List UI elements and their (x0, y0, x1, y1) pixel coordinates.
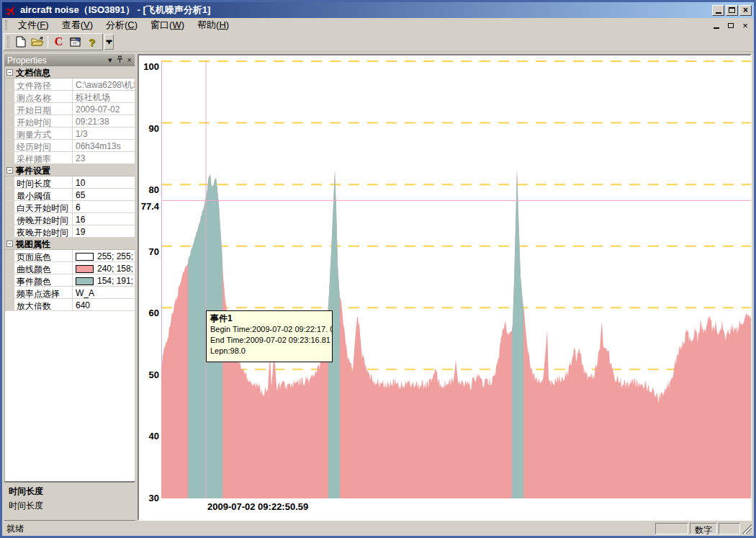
property-row[interactable]: 最小阈值65 (5, 189, 135, 201)
property-value[interactable]: 栎社机场 (73, 91, 135, 102)
property-label: 最小阈值 (14, 189, 73, 200)
property-value-text: 23 (76, 153, 85, 163)
y-tick-70: 70 (149, 246, 159, 257)
client-area: Properties ▾ × −文档信息文件路径C:\awa6298\机场测点名… (2, 52, 754, 521)
toolbar-separator (48, 36, 48, 48)
analyze-c-button[interactable]: C (50, 35, 67, 50)
close-button[interactable]: × (739, 5, 752, 16)
property-row[interactable]: 测点名称栎社机场 (5, 91, 135, 103)
properties-button[interactable] (67, 35, 84, 50)
property-row[interactable]: 时间长度10 (5, 176, 135, 189)
property-value[interactable]: 19 (73, 225, 135, 237)
property-value[interactable]: 240; 158; 15 (73, 262, 135, 274)
property-value[interactable]: 154; 191; 18 (73, 274, 135, 286)
minimize-button[interactable] (712, 5, 724, 16)
collapse-icon[interactable]: − (6, 241, 13, 247)
status-text: 就绪 (6, 523, 654, 535)
property-value[interactable]: C:\awa6298\机场 (73, 79, 135, 90)
property-row[interactable]: 事件颜色154; 191; 18 (5, 274, 135, 287)
property-value[interactable]: 2009-07-02 (73, 103, 135, 115)
mdi-restore-button[interactable] (725, 20, 737, 30)
section-header[interactable]: −事件设置 (5, 164, 135, 176)
property-row[interactable]: 经历时间06h34m13s (5, 140, 135, 152)
property-value[interactable]: 6 (73, 201, 135, 212)
property-label: 页面底色 (14, 250, 73, 261)
property-value-text: W_A (76, 288, 94, 298)
panel-dropdown-icon[interactable]: ▾ (108, 56, 112, 64)
help-button[interactable]: ? (84, 35, 100, 50)
mdi-minimize-button[interactable] (711, 20, 722, 30)
property-grid: −文档信息文件路径C:\awa6298\机场测点名称栎社机场开始日期2009-0… (4, 66, 135, 481)
property-label: 傍晚开始时间 (14, 213, 73, 225)
property-row[interactable]: 开始时间09:21:38 (5, 115, 135, 127)
property-value[interactable]: 1/3 (73, 127, 135, 139)
property-value[interactable]: 23 (73, 152, 135, 163)
properties-icon (70, 37, 81, 48)
property-value-text: 65 (76, 190, 85, 200)
collapse-icon[interactable]: − (6, 69, 13, 76)
menu-item-C[interactable]: 分析(C) (99, 19, 144, 31)
mdi-close-button[interactable]: × (739, 20, 751, 30)
status-cell-1 (655, 523, 688, 534)
close-icon: × (743, 6, 748, 14)
property-row[interactable]: 测量方式1/3 (5, 127, 135, 140)
analyze-c-icon: C (55, 35, 63, 48)
section-title: 事件设置 (14, 164, 52, 176)
property-value[interactable]: 16 (73, 213, 135, 225)
collapse-icon[interactable]: − (6, 167, 13, 174)
property-label: 采样频率 (14, 152, 73, 163)
noise-level-chart[interactable]: 1009080706050403077.42009-07-02 09:22:50… (139, 55, 752, 519)
property-row[interactable]: 夜晚开始时间19 (5, 225, 135, 238)
property-row[interactable]: 页面底色255; 255; 25 (5, 250, 135, 262)
event-tooltip-title: 事件1 (210, 313, 328, 324)
property-row[interactable]: 文件路径C:\awa6298\机场 (5, 79, 135, 91)
open-file-button[interactable] (29, 35, 45, 50)
panel-close-icon[interactable]: × (127, 56, 132, 64)
property-value[interactable]: 10 (73, 176, 135, 188)
property-label: 事件颜色 (14, 274, 73, 286)
properties-panel-header: Properties ▾ × (4, 54, 135, 66)
menu-bar: 文件(F)查看(V)分析(C)窗口(W)帮助(H) × (2, 18, 754, 32)
property-value[interactable]: 09:21:38 (73, 115, 135, 127)
property-row[interactable]: 曲线颜色240; 158; 15 (5, 262, 135, 274)
property-label: 频率点选择 (14, 287, 73, 298)
menu-item-W[interactable]: 窗口(W) (144, 19, 191, 31)
property-row[interactable]: 放大倍数640 (5, 299, 135, 311)
section-header[interactable]: −视图属性 (5, 238, 135, 250)
menu-item-F[interactable]: 文件(F) (12, 19, 55, 31)
property-value[interactable]: 640 (73, 299, 135, 310)
open-file-icon (31, 37, 44, 47)
mdi-minimize-icon (714, 27, 719, 29)
event-area-3[interactable] (512, 169, 523, 498)
panel-pin-icon[interactable] (117, 55, 123, 65)
property-value-text: 240; 158; 15 (97, 264, 135, 274)
property-value-text: 19 (76, 227, 85, 237)
property-row[interactable]: 采样频率23 (5, 152, 135, 164)
toolbar-overflow-button[interactable]: ▬▾ (104, 34, 114, 50)
property-value-text: 16 (76, 215, 85, 225)
property-row[interactable]: 频率点选择W_A (5, 287, 135, 299)
property-label: 曲线颜色 (14, 262, 73, 274)
property-label: 夜晚开始时间 (14, 225, 73, 237)
menu-item-H[interactable]: 帮助(H) (191, 19, 235, 31)
help-icon: ? (89, 36, 95, 48)
toolbar: C ? ▬▾ (2, 32, 754, 52)
property-row[interactable]: 傍晚开始时间16 (5, 213, 135, 225)
resize-grip[interactable] (742, 524, 752, 534)
property-label: 开始时间 (14, 115, 73, 127)
menu-item-V[interactable]: 查看(V) (55, 19, 99, 31)
property-label: 开始日期 (14, 103, 73, 115)
property-value[interactable]: 255; 255; 25 (73, 250, 135, 261)
mdi-restore-icon (728, 23, 734, 28)
property-value[interactable]: W_A (73, 287, 135, 298)
new-file-button[interactable] (12, 35, 29, 50)
property-value[interactable]: 06h34m13s (73, 140, 135, 151)
color-swatch (76, 253, 94, 261)
property-value[interactable]: 65 (73, 189, 135, 200)
window-title: aircraft noise（ISO3891） - [飞机噪声分析1] (20, 4, 711, 17)
maximize-button[interactable] (726, 5, 738, 16)
section-header[interactable]: −文档信息 (5, 66, 135, 79)
property-row[interactable]: 白天开始时间6 (5, 201, 135, 213)
properties-panel: Properties ▾ × −文档信息文件路径C:\awa6298\机场测点名… (4, 54, 136, 521)
property-row[interactable]: 开始日期2009-07-02 (5, 103, 135, 115)
